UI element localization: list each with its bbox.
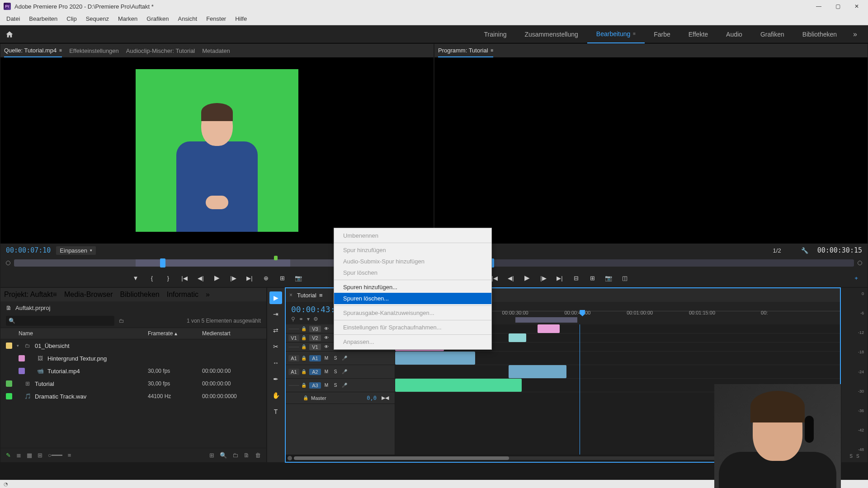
minimize-button[interactable]: —: [811, 1, 826, 11]
workspace-bibliotheken[interactable]: Bibliotheken: [793, 25, 846, 43]
lock-icon[interactable]: 🔒: [301, 356, 307, 361]
workspace-grafiken[interactable]: Grafiken: [751, 25, 793, 43]
search-input[interactable]: 🔍: [6, 316, 114, 326]
clip[interactable]: [509, 365, 566, 378]
column-mediastart[interactable]: Medienstart: [202, 330, 261, 337]
workspace-bearbeitung[interactable]: Bearbeitung≡: [587, 25, 645, 43]
project-tab[interactable]: Media-Browser: [64, 291, 113, 299]
workspace-farbe[interactable]: Farbe: [645, 25, 679, 43]
lock-icon[interactable]: 🔒: [301, 369, 307, 374]
voice-record-icon[interactable]: 🎤: [341, 356, 348, 361]
marker-icon[interactable]: ▾: [307, 316, 310, 322]
source-zoom-select[interactable]: Einpassen▾: [56, 246, 96, 255]
zoom-slider-icon[interactable]: ○━━━: [48, 452, 62, 459]
program-viewport[interactable]: [434, 57, 868, 244]
insert-btn-icon[interactable]: ⊕: [260, 272, 272, 284]
find-icon[interactable]: 🔍: [220, 452, 227, 459]
snap-icon[interactable]: ⚲: [291, 316, 295, 322]
track-lane[interactable]: [395, 365, 840, 379]
menu-sequenz[interactable]: Sequenz: [81, 14, 113, 24]
solo-button[interactable]: S: [332, 369, 339, 374]
pencil-icon[interactable]: ✎: [6, 452, 11, 459]
solo-button[interactable]: S: [332, 356, 339, 361]
step-back-icon[interactable]: ◀|: [195, 272, 207, 284]
export-frame-icon[interactable]: 📷: [603, 272, 614, 284]
goto-in-icon[interactable]: |◀: [179, 272, 190, 284]
menu-marken[interactable]: Marken: [113, 14, 142, 24]
project-tab[interactable]: Informatic: [167, 291, 198, 299]
workspace-effekte[interactable]: Effekte: [679, 25, 717, 43]
icon-view-icon[interactable]: ▦: [27, 452, 32, 459]
lock-icon[interactable]: 🔒: [301, 383, 307, 388]
workspace-overflow-icon[interactable]: »: [846, 30, 864, 38]
extract-icon[interactable]: ⊞: [586, 272, 598, 284]
track-lane[interactable]: [395, 352, 840, 365]
wrench-icon[interactable]: 🔧: [801, 247, 808, 254]
bin-icon[interactable]: 🗀: [119, 318, 124, 324]
play-icon[interactable]: ▶: [521, 272, 533, 284]
master-value[interactable]: 0,0: [367, 395, 377, 401]
context-menu-item[interactable]: Spuren löschen...: [334, 293, 491, 304]
track-name[interactable]: V2: [309, 335, 321, 341]
mute-button[interactable]: M: [323, 383, 330, 388]
workspace-zusammenstellung[interactable]: Zusammenstellung: [516, 25, 587, 43]
menu-hilfe[interactable]: Hilfe: [231, 14, 251, 24]
pen-tool-icon[interactable]: ✒: [269, 373, 282, 385]
mute-button[interactable]: M: [323, 369, 330, 374]
export-frame-icon[interactable]: 📷: [292, 272, 304, 284]
lock-icon[interactable]: 🔒: [301, 335, 307, 340]
tab-menu-icon[interactable]: ≡: [53, 291, 57, 298]
workspace-training[interactable]: Training: [475, 25, 515, 43]
expand-icon[interactable]: ▶◀: [378, 395, 392, 401]
audio-track-header[interactable]: A1 🔒 A1 M S 🎤: [286, 352, 395, 365]
lock-icon[interactable]: 🔒: [301, 344, 307, 349]
clip[interactable]: [509, 333, 526, 342]
track-name[interactable]: A2: [309, 369, 321, 375]
solo-button[interactable]: S: [332, 383, 339, 388]
home-icon[interactable]: [4, 28, 15, 40]
new-item-icon[interactable]: 🗎: [244, 452, 250, 459]
play-icon[interactable]: ▶: [211, 272, 223, 284]
voice-record-icon[interactable]: 🎤: [341, 369, 348, 374]
project-tab[interactable]: Projekt: Auftakt≡: [4, 291, 57, 299]
new-bin-icon[interactable]: 🗀: [232, 452, 238, 459]
marker-icon[interactable]: ▼: [130, 272, 142, 284]
mark-out-icon[interactable]: }: [162, 272, 174, 284]
menu-datei[interactable]: Datei: [2, 14, 24, 24]
step-back-icon[interactable]: ◀|: [505, 272, 517, 284]
solo-left[interactable]: S: [849, 454, 853, 459]
program-timecode[interactable]: 00:00:30:15: [817, 246, 862, 254]
tab-menu-icon[interactable]: ≡: [59, 48, 62, 53]
timeline-tab[interactable]: × Tutorial ≡: [289, 292, 322, 299]
track-src-patch[interactable]: [288, 385, 299, 386]
selection-tool-icon[interactable]: ▶: [269, 291, 282, 304]
bin-row[interactable]: 🖼Hintergrund Textur.png: [0, 352, 266, 365]
master-track-header[interactable]: 🔒 Master 0,0 ▶◀: [286, 392, 395, 404]
automate-icon[interactable]: ⊞: [209, 452, 214, 459]
context-menu-item[interactable]: Spuren hinzufügen...: [334, 282, 491, 293]
settings-icon[interactable]: ⚙: [313, 316, 318, 322]
track-name[interactable]: A1: [309, 355, 321, 361]
column-name[interactable]: Name: [6, 330, 148, 337]
track-name[interactable]: A3: [309, 382, 321, 389]
playhead-line[interactable]: [580, 324, 580, 455]
project-tab[interactable]: Bibliotheken: [120, 291, 160, 299]
track-src-patch[interactable]: A1: [288, 369, 299, 375]
track-select-tool-icon[interactable]: ⇥: [269, 308, 282, 320]
lift-icon[interactable]: ⊟: [570, 272, 582, 284]
column-framerate[interactable]: Framerate ▴: [148, 330, 202, 337]
tab-menu-icon[interactable]: ≡: [319, 292, 323, 299]
source-viewport[interactable]: [0, 57, 434, 244]
step-fwd-icon[interactable]: |▶: [538, 272, 549, 284]
source-tab[interactable]: Quelle: Tutorial.mp4≡: [4, 44, 62, 57]
track-src-patch[interactable]: [288, 328, 299, 329]
sb-handle-left[interactable]: [288, 456, 292, 460]
goto-out-icon[interactable]: ▶|: [554, 272, 566, 284]
ripple-tool-icon[interactable]: ⇄: [269, 324, 282, 337]
menu-grafiken[interactable]: Grafiken: [142, 14, 173, 24]
track-src-patch[interactable]: A1: [288, 355, 299, 361]
hand-tool-icon[interactable]: ✋: [269, 389, 282, 402]
source-tab[interactable]: Metadaten: [202, 44, 230, 57]
bin-row[interactable]: 📹Tutorial.mp430,00 fps00:00:00:00: [0, 365, 266, 377]
scrubber-handle-right[interactable]: [858, 261, 862, 265]
